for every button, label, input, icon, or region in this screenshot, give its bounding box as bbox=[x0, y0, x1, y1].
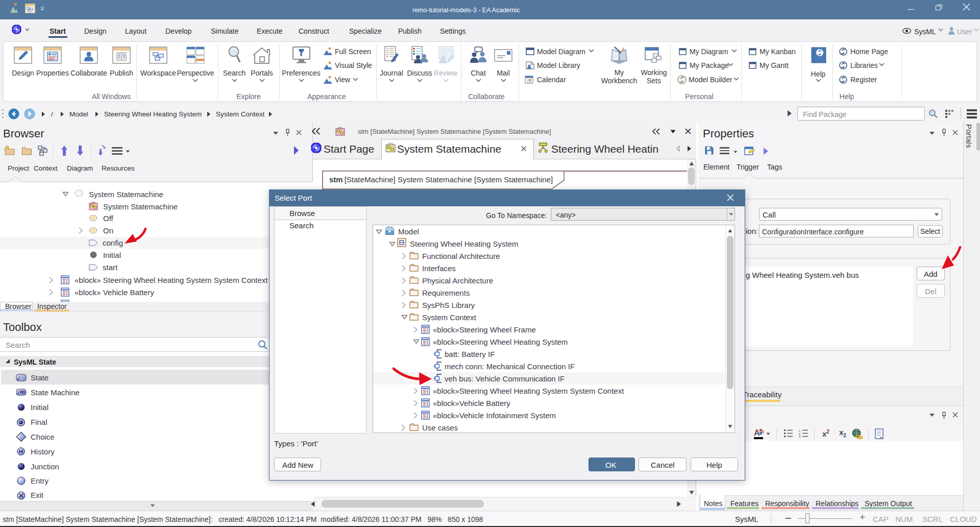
svg-text:3: 3 bbox=[799, 435, 801, 438]
